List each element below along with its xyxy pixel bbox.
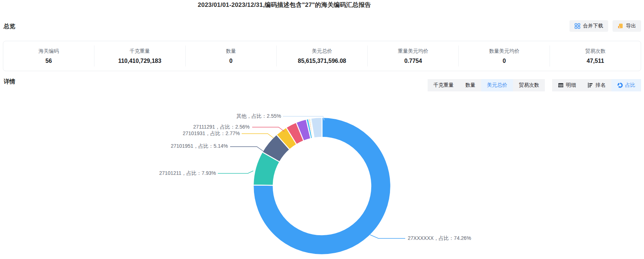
stat-value: 47,511 [587,58,604,64]
toolbar: 合并下载 导出 [569,20,641,32]
stat-label: 美元总价 [312,48,332,55]
leader-line-27101211 [218,171,253,173]
stat-quantity: 数量 0 [185,46,276,66]
detail-tab-row: 千克重量 数量 美元总价 贸易次数 明细 排名 [428,79,641,91]
stat-label: 海关编码 [38,48,59,55]
stat-kg-weight: 千克重量 110,410,729,183 [94,46,185,66]
tab-view-share[interactable]: 占比 [611,79,641,91]
leader-line-27101931 [242,134,274,138]
stat-usd-per-quantity: 数量美元均价 0 [458,46,550,66]
stat-value: 0 [503,58,506,64]
stat-value: 0 [229,58,233,64]
stat-label: 数量美元均价 [489,48,520,55]
slice-label-27111291: 27111291，占比：2.56% [193,123,250,130]
export-icon [618,23,623,29]
stat-customs-code: 海关编码 56 [3,46,94,66]
stat-label: 数量 [226,48,236,55]
stat-label: 千克重量 [130,48,150,55]
overview-stats-card: 海关编码 56 千克重量 110,410,729,183 数量 0 美元总价 8… [3,41,641,71]
tab-view-share-label: 占比 [625,82,635,89]
stat-value: 110,410,729,183 [118,58,161,64]
slice-label-other: 其他，占比：2.55% [236,112,281,120]
stat-trade-count: 贸易次数 47,511 [550,46,641,66]
stat-usd-per-weight: 重量美元均价 0.7754 [367,46,458,66]
stat-value: 56 [46,58,52,64]
slice-label-27101951: 27101951，占比：5.14% [171,142,228,150]
page-title: 2023/01/01-2023/12/31,编码描述包含"27"的海关编码汇总报… [0,1,569,9]
ranking-icon [588,82,593,88]
overview-heading: 总览 [4,23,15,30]
stat-usd-total: 美元总价 85,615,371,596.08 [276,46,368,66]
merge-download-icon [575,23,580,29]
leader-line-27111291 [252,127,284,131]
tab-view-detail-label: 明细 [566,82,576,89]
detail-heading: 详情 [4,78,15,86]
tab-kg-weight[interactable]: 千克重量 [428,79,459,91]
export-button[interactable]: 导出 [613,20,641,32]
donut-chart [0,0,644,259]
leader-line-27xxxxxx [370,235,405,238]
tab-view-ranking-label: 排名 [596,82,606,89]
tab-usd-total[interactable]: 美元总价 [481,79,513,91]
stat-value: 0.7754 [404,58,422,64]
tab-quantity[interactable]: 数量 [459,79,481,91]
merge-download-button[interactable]: 合并下载 [569,20,608,32]
slice-label-27101211: 27101211，占比：7.93% [159,169,216,177]
leader-line-27101951 [230,147,263,151]
export-label: 导出 [626,23,636,29]
stat-label: 重量美元均价 [398,48,428,55]
merge-download-label: 合并下载 [583,23,603,29]
tab-view-detail[interactable]: 明细 [552,79,582,91]
tab-trade-count[interactable]: 贸易次数 [513,79,545,91]
table-icon [558,82,564,88]
slice-label-27101931: 27101931，占比：2.77% [183,130,240,137]
stat-label: 贸易次数 [585,48,606,55]
slice-label-27xxxxxx: 27XXXXXX，占比：74.26% [408,234,471,242]
tab-view-ranking[interactable]: 排名 [582,79,611,91]
stat-value: 85,615,371,596.08 [298,58,346,64]
pie-icon [617,82,623,88]
